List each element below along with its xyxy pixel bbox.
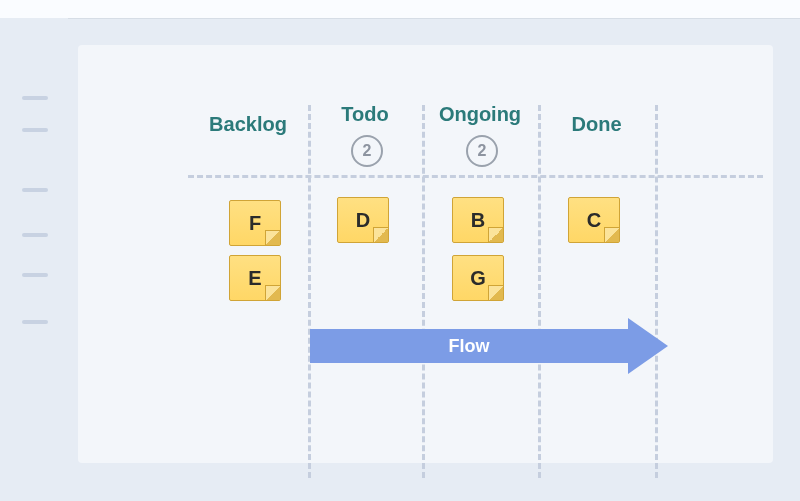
card-g[interactable]: G — [452, 255, 504, 301]
header-divider — [188, 175, 763, 178]
kanban-board: Backlog Todo Ongoing Done 2 2 F E D B G … — [78, 45, 773, 463]
column-header-done: Done — [538, 113, 655, 136]
card-e[interactable]: E — [229, 255, 281, 301]
wip-limit-ongoing: 2 — [466, 135, 498, 167]
arrow-right-icon — [628, 318, 668, 374]
card-d[interactable]: D — [337, 197, 389, 243]
sidebar-item-placeholder — [22, 233, 48, 237]
card-b[interactable]: B — [452, 197, 504, 243]
sidebar-item-placeholder — [22, 320, 48, 324]
title-bar — [0, 0, 800, 19]
wip-limit-todo: 2 — [351, 135, 383, 167]
sidebar-item-placeholder — [22, 273, 48, 277]
column-divider — [308, 105, 311, 478]
sidebar-item-placeholder — [22, 96, 48, 100]
sidebar-item-placeholder — [22, 128, 48, 132]
sidebar-item-placeholder — [22, 188, 48, 192]
flow-arrow-label: Flow — [310, 329, 628, 363]
app-shell: Backlog Todo Ongoing Done 2 2 F E D B G … — [0, 0, 800, 501]
sidebar — [0, 18, 68, 501]
column-header-backlog: Backlog — [188, 113, 308, 136]
column-divider — [538, 105, 541, 478]
column-header-ongoing: Ongoing — [422, 103, 538, 126]
flow-arrow: Flow — [310, 321, 676, 371]
column-divider — [655, 105, 658, 478]
card-f[interactable]: F — [229, 200, 281, 246]
card-c[interactable]: C — [568, 197, 620, 243]
column-header-todo: Todo — [308, 103, 422, 126]
column-divider — [422, 105, 425, 478]
